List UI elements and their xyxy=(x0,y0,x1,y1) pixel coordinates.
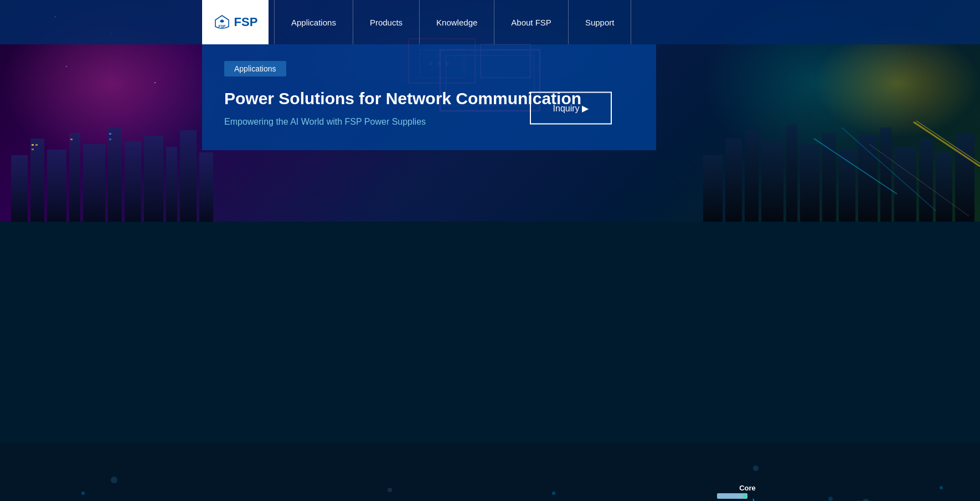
svg-rect-40 xyxy=(180,130,197,222)
svg-point-18 xyxy=(66,66,67,67)
svg-rect-45 xyxy=(70,139,73,140)
applications-tab[interactable]: Applications xyxy=(224,61,286,76)
logo-area: FSP FSP xyxy=(202,0,269,44)
svg-rect-54 xyxy=(822,133,836,222)
svg-rect-41 xyxy=(199,152,213,222)
svg-rect-39 xyxy=(166,147,177,222)
nav-item-applications[interactable]: Applications xyxy=(274,0,353,44)
svg-rect-150 xyxy=(717,493,747,499)
svg-point-178 xyxy=(828,497,833,501)
logo: FSP FSP xyxy=(213,13,258,31)
panel-title: Power Solutions for Network Communicatio… xyxy=(224,88,581,109)
svg-line-163 xyxy=(753,499,770,501)
network-diagram-container: User Equipment RU xyxy=(0,466,980,501)
svg-point-19 xyxy=(154,83,156,84)
svg-rect-32 xyxy=(30,139,44,222)
header: FSP FSP Applications Products Knowledge … xyxy=(0,0,980,44)
nav-item-about[interactable]: About FSP xyxy=(494,0,569,44)
svg-rect-58 xyxy=(894,147,916,222)
svg-rect-38 xyxy=(144,136,163,222)
svg-rect-37 xyxy=(125,141,141,222)
svg-rect-59 xyxy=(919,139,933,222)
svg-rect-42 xyxy=(32,144,34,146)
svg-rect-36 xyxy=(108,127,122,222)
content-panel: Applications Power Solutions for Network… xyxy=(202,44,656,150)
svg-rect-43 xyxy=(35,144,38,146)
panel-subtitle: Empowering the AI World with FSP Power S… xyxy=(224,116,581,128)
nav-menu: Applications Products Knowledge About FS… xyxy=(274,0,631,44)
inquiry-button[interactable]: Inquiry ▶ xyxy=(530,91,612,124)
svg-rect-50 xyxy=(745,130,759,222)
svg-text:Core: Core xyxy=(739,484,756,492)
fsp-logo-icon: FSP xyxy=(213,13,231,31)
svg-rect-44 xyxy=(32,149,34,150)
svg-rect-60 xyxy=(936,152,952,222)
svg-rect-34 xyxy=(69,133,80,222)
svg-rect-52 xyxy=(786,125,797,222)
svg-text:FSP: FSP xyxy=(218,24,225,28)
nav-item-knowledge[interactable]: Knowledge xyxy=(420,0,494,44)
logo-text: FSP xyxy=(234,15,258,29)
svg-rect-48 xyxy=(703,155,723,222)
svg-rect-31 xyxy=(11,155,28,222)
svg-rect-46 xyxy=(109,133,111,135)
svg-rect-53 xyxy=(800,144,819,222)
svg-rect-33 xyxy=(47,150,66,222)
network-diagram-svg: User Equipment RU xyxy=(0,466,980,501)
mobile-core-top-icon xyxy=(717,493,747,501)
svg-rect-49 xyxy=(725,139,742,222)
svg-rect-35 xyxy=(83,144,105,222)
svg-rect-57 xyxy=(880,127,891,222)
city-right xyxy=(703,111,980,222)
svg-point-179 xyxy=(940,486,943,489)
nav-item-products[interactable]: Products xyxy=(353,0,420,44)
svg-point-177 xyxy=(552,492,555,495)
svg-point-175 xyxy=(81,492,85,495)
nav-item-support[interactable]: Support xyxy=(569,0,632,44)
svg-point-152 xyxy=(743,494,746,498)
diagram-section: User Equipment RU xyxy=(0,443,980,501)
svg-rect-47 xyxy=(109,139,111,140)
svg-rect-51 xyxy=(761,141,783,222)
city-left xyxy=(0,111,221,222)
